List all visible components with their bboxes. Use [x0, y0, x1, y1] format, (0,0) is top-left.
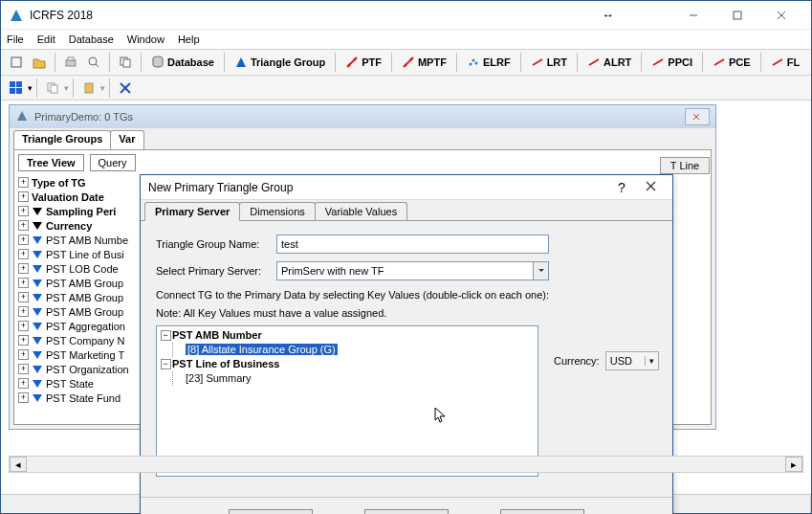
- minimize-button[interactable]: [671, 1, 715, 30]
- tree-label: Currency: [46, 220, 92, 232]
- tree-label: PST AMB Group: [46, 278, 123, 289]
- tree-label: PST State Fund: [46, 392, 121, 404]
- triangle-icon: [33, 351, 42, 359]
- server-value: PrimServ with new TF: [277, 265, 533, 277]
- svg-line-23: [653, 59, 663, 65]
- copy-icon[interactable]: [115, 52, 136, 73]
- expand-icon[interactable]: +: [18, 349, 29, 360]
- close-button[interactable]: [759, 1, 803, 30]
- toolbar-ptf-button[interactable]: PTF: [340, 56, 387, 69]
- view-tab-query[interactable]: Query: [90, 154, 136, 171]
- grid-icon[interactable]: [6, 78, 27, 99]
- tab-variable-values[interactable]: Variable Values: [315, 202, 407, 221]
- expand-icon[interactable]: +: [18, 177, 29, 188]
- currency-label: Currency:: [554, 355, 600, 367]
- key-values-tree[interactable]: −PST AMB Number [8] Allstate Insurance G…: [156, 325, 538, 477]
- dialog-help-button[interactable]: ?: [607, 180, 636, 195]
- view-tab-tree[interactable]: Tree View: [18, 154, 84, 171]
- svg-line-24: [714, 59, 724, 65]
- triangle-icon: [33, 337, 42, 345]
- expand-icon[interactable]: +: [18, 220, 29, 231]
- delete-icon[interactable]: [115, 78, 136, 99]
- new-icon[interactable]: [6, 52, 27, 73]
- menu-help[interactable]: Help: [178, 34, 200, 45]
- server-select[interactable]: PrimServ with new TF: [276, 261, 549, 280]
- mdi-close-button[interactable]: [685, 108, 710, 125]
- chevron-down-icon: [533, 262, 548, 279]
- svg-point-13: [348, 64, 351, 67]
- tree-label: Type of TG: [32, 177, 86, 189]
- key-value-allstate[interactable]: [8] Allstate Insurance Group (G): [186, 344, 338, 355]
- paste-icon[interactable]: [78, 78, 99, 99]
- expand-icon[interactable]: +: [18, 292, 29, 302]
- menu-window[interactable]: Window: [127, 34, 165, 45]
- menu-file[interactable]: File: [7, 34, 24, 45]
- ok-button[interactable]: OK: [229, 509, 313, 514]
- tab-dimensions[interactable]: Dimensions: [239, 202, 315, 221]
- toolbar-alrt-button[interactable]: ALRT: [582, 56, 637, 69]
- key-node-amb[interactable]: PST AMB Number: [172, 329, 262, 341]
- triangle-icon: [33, 265, 42, 273]
- triangle-icon: [33, 380, 42, 388]
- cancel-button[interactable]: Cancel: [364, 509, 449, 514]
- horizontal-scrollbar[interactable]: ◂ ▸: [9, 456, 803, 473]
- maximize-button[interactable]: [715, 1, 759, 30]
- menu-edit[interactable]: Edit: [37, 34, 55, 45]
- tab-triangle-groups[interactable]: Triangle Groups: [13, 130, 111, 149]
- resize-handle-icon[interactable]: ↔: [602, 8, 614, 22]
- expand-icon[interactable]: +: [18, 191, 29, 202]
- copy2-icon[interactable]: [42, 78, 63, 99]
- print-icon[interactable]: [60, 52, 81, 73]
- expand-icon[interactable]: +: [18, 235, 29, 245]
- preview-icon[interactable]: [83, 52, 104, 73]
- expand-icon[interactable]: +: [18, 321, 29, 331]
- toolbar-triangle-group-button[interactable]: Triangle Group: [229, 56, 331, 69]
- open-icon[interactable]: [29, 52, 50, 73]
- chevron-down-icon: ▾: [645, 356, 658, 366]
- collapse-icon[interactable]: −: [161, 359, 171, 369]
- toolbar-elrf-button[interactable]: ELRF: [461, 56, 516, 69]
- scroll-left-icon[interactable]: ◂: [10, 457, 27, 472]
- svg-point-17: [409, 58, 412, 61]
- toolbar-lrt-button[interactable]: LRT: [525, 56, 573, 69]
- tree-label: PST State: [46, 378, 94, 390]
- tg-name-input[interactable]: [276, 235, 549, 254]
- toolbar-pce-button[interactable]: PCE: [707, 56, 757, 69]
- expand-icon[interactable]: +: [18, 278, 29, 288]
- mdi-app-icon: [15, 109, 29, 124]
- svg-rect-5: [66, 60, 76, 66]
- currency-select[interactable]: USD ▾: [605, 351, 659, 370]
- triangle-icon: [33, 323, 42, 330]
- collapse-icon[interactable]: −: [161, 330, 171, 341]
- svg-rect-32: [85, 83, 93, 93]
- svg-rect-4: [11, 57, 21, 67]
- expand-icon[interactable]: +: [18, 206, 29, 216]
- expand-icon[interactable]: +: [18, 378, 29, 389]
- svg-rect-26: [10, 81, 15, 87]
- tree-label: PST Company N: [46, 335, 124, 346]
- toolbar-fl-button[interactable]: FL: [765, 56, 805, 69]
- key-value-summary[interactable]: [23] Summary: [186, 372, 251, 384]
- toolbar-database-button[interactable]: Database: [145, 56, 220, 69]
- t-line-button[interactable]: T Line: [660, 157, 710, 174]
- svg-rect-27: [16, 81, 22, 87]
- expand-icon[interactable]: +: [18, 249, 29, 259]
- svg-rect-1: [734, 11, 741, 19]
- expand-icon[interactable]: +: [18, 263, 29, 274]
- tree-label: PST AMB Group: [46, 306, 123, 318]
- key-node-lob[interactable]: PST Line of Business: [172, 358, 279, 369]
- tab-var[interactable]: Var: [110, 130, 143, 149]
- expand-icon[interactable]: +: [18, 392, 29, 403]
- tab-primary-server[interactable]: Primary Server: [144, 202, 240, 221]
- dialog-close-button[interactable]: [636, 181, 665, 193]
- expand-icon[interactable]: +: [18, 364, 29, 374]
- expand-icon[interactable]: +: [18, 306, 29, 317]
- menu-database[interactable]: Database: [69, 34, 114, 45]
- toolbar-ppci-button[interactable]: PPCI: [646, 56, 698, 69]
- tree-label: PST Aggregation: [46, 321, 125, 332]
- help-button[interactable]: Help: [500, 509, 584, 514]
- toolbar-mptf-button[interactable]: MPTF: [396, 56, 452, 69]
- svg-rect-10: [123, 59, 130, 67]
- expand-icon[interactable]: +: [18, 335, 29, 346]
- scroll-right-icon[interactable]: ▸: [785, 457, 802, 472]
